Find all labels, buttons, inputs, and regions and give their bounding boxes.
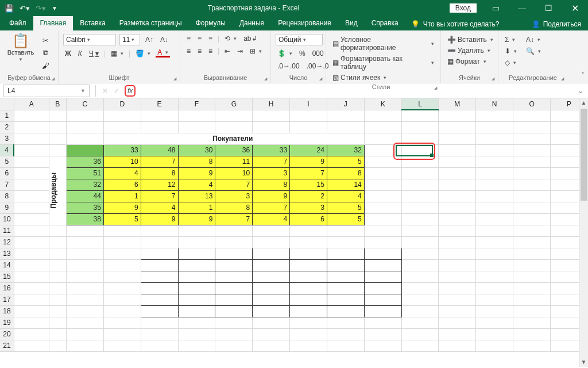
cell-A20[interactable] (14, 328, 49, 340)
cell-C15[interactable] (67, 271, 104, 282)
row-header-6[interactable]: 6 (0, 167, 14, 179)
cell-H21[interactable] (253, 340, 290, 351)
cell-N16[interactable] (476, 282, 513, 294)
cell-D18[interactable] (103, 305, 141, 317)
cell-A16[interactable] (14, 282, 49, 294)
format-cells-button[interactable]: ▦ Формат (446, 57, 493, 66)
cell-C6[interactable]: 51 (67, 167, 104, 179)
cell-F13[interactable] (178, 248, 215, 259)
cell-M13[interactable] (439, 248, 476, 259)
cell-E1[interactable] (141, 110, 178, 121)
cell-I15[interactable] (290, 271, 327, 282)
tab-file[interactable]: Файл (2, 16, 33, 30)
row-header-1[interactable]: 1 (0, 110, 14, 121)
cell-L9[interactable] (401, 202, 439, 213)
cell-M11[interactable] (439, 225, 476, 236)
row-header-19[interactable]: 19 (0, 317, 14, 328)
cell-J9[interactable]: 5 (327, 202, 364, 213)
cell-B12[interactable] (49, 236, 66, 248)
cell-C12[interactable] (67, 236, 104, 248)
cell-J6[interactable]: 8 (327, 167, 364, 179)
cell-N19[interactable] (476, 317, 513, 328)
cell-L10[interactable] (401, 213, 439, 225)
cell-M17[interactable] (439, 294, 476, 305)
col-header-G[interactable]: G (215, 98, 253, 110)
col-header-B[interactable]: B (49, 98, 66, 110)
cell-O20[interactable] (513, 328, 551, 340)
col-header-C[interactable]: C (67, 98, 104, 110)
cell-D8[interactable]: 1 (103, 190, 141, 202)
cell-E9[interactable]: 4 (141, 202, 178, 213)
cell-D19[interactable] (103, 317, 141, 328)
row-header-21[interactable]: 21 (0, 340, 14, 351)
cell-L19[interactable] (401, 317, 439, 328)
cell-H13[interactable] (253, 248, 290, 259)
cell-A21[interactable] (14, 340, 49, 351)
enter-formula-icon[interactable]: ✓ (111, 85, 122, 97)
cell-E17[interactable] (141, 294, 178, 305)
cell-I21[interactable] (290, 340, 327, 351)
cell-I4[interactable]: 24 (290, 144, 327, 156)
cell-L1[interactable] (401, 110, 439, 121)
cell-I5[interactable]: 9 (290, 156, 327, 167)
cell-K18[interactable] (364, 305, 401, 317)
cell-A3[interactable] (14, 133, 49, 144)
cell-G15[interactable] (215, 271, 253, 282)
cell-D17[interactable] (103, 294, 141, 305)
cell-E14[interactable] (141, 259, 178, 271)
col-header-A[interactable]: A (14, 98, 49, 110)
cell-J10[interactable]: 5 (327, 213, 364, 225)
cell-K3[interactable] (364, 133, 401, 144)
cell-C1[interactable] (67, 110, 104, 121)
cell-F8[interactable]: 13 (178, 190, 215, 202)
cell-H7[interactable]: 8 (253, 179, 290, 190)
cell-E15[interactable] (141, 271, 178, 282)
sort-filter-icon[interactable]: A↓ (524, 35, 543, 44)
cell-F15[interactable] (178, 271, 215, 282)
cell-N2[interactable] (476, 121, 513, 133)
cell-C14[interactable] (67, 259, 104, 271)
collapse-ribbon-icon[interactable]: ˄ (581, 71, 585, 79)
cell-G9[interactable]: 8 (215, 202, 253, 213)
cell-I20[interactable] (290, 328, 327, 340)
cell-styles-button[interactable]: ▧ Стили ячеек (331, 73, 436, 82)
cell-E8[interactable]: 7 (141, 190, 178, 202)
align-left-icon[interactable]: ≡ (185, 47, 192, 56)
cell-B17[interactable] (49, 294, 66, 305)
cell-D1[interactable] (103, 110, 141, 121)
col-header-L[interactable]: L (401, 98, 439, 110)
cell-F6[interactable]: 9 (178, 167, 215, 179)
cell-H18[interactable] (253, 305, 290, 317)
cell-I1[interactable] (290, 110, 327, 121)
cell-K19[interactable] (364, 317, 401, 328)
cell-F19[interactable] (178, 317, 215, 328)
cell-A17[interactable] (14, 294, 49, 305)
cell-O11[interactable] (513, 225, 551, 236)
cell-L11[interactable] (401, 225, 439, 236)
cell-O16[interactable] (513, 282, 551, 294)
cell-K10[interactable] (364, 213, 401, 225)
cell-I12[interactable] (290, 236, 327, 248)
cell-H15[interactable] (253, 271, 290, 282)
cell-L2[interactable] (401, 121, 439, 133)
cell-L7[interactable] (401, 179, 439, 190)
save-icon[interactable]: 💾 (5, 4, 14, 13)
format-painter-icon[interactable]: 🖌 (40, 60, 51, 71)
cell-G13[interactable] (215, 248, 253, 259)
cell-H11[interactable] (253, 225, 290, 236)
cell-C21[interactable] (67, 340, 104, 351)
cell-B15[interactable] (49, 271, 66, 282)
cell-N18[interactable] (476, 305, 513, 317)
cell-B2[interactable] (49, 121, 66, 133)
cell-C7[interactable]: 32 (67, 179, 104, 190)
cell-M14[interactable] (439, 259, 476, 271)
cell-E10[interactable]: 9 (141, 213, 178, 225)
cell-K9[interactable] (364, 202, 401, 213)
cell-H5[interactable]: 7 (253, 156, 290, 167)
insert-cells-button[interactable]: ➕ Вставить (446, 35, 493, 44)
cell-I16[interactable] (290, 282, 327, 294)
share-button[interactable]: 👤Поделиться (525, 18, 588, 30)
cell-M9[interactable] (439, 202, 476, 213)
format-as-table-button[interactable]: ▦ Форматировать как таблицу (331, 54, 436, 71)
cell-J19[interactable] (327, 317, 364, 328)
